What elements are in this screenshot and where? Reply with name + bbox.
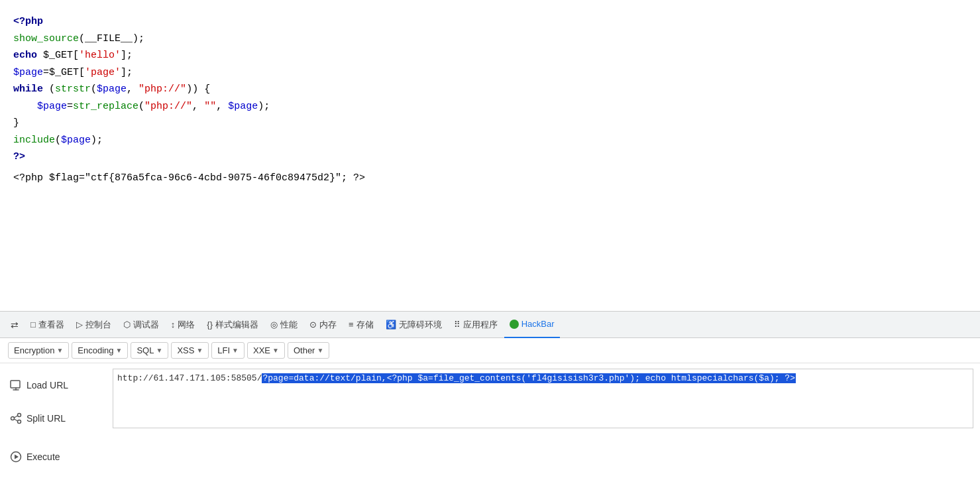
- tab-network[interactable]: ↕ 网络: [166, 312, 201, 338]
- tab-performance-label: 性能: [280, 319, 298, 331]
- devtools-toggle-icon[interactable]: ⇄: [5, 316, 24, 334]
- hackbar-url-area: Load URL Split URL http://61.147.171.105: [0, 363, 980, 440]
- xss-menu[interactable]: XSS ▼: [171, 342, 209, 359]
- tab-inspector-label: 查看器: [38, 319, 64, 331]
- storage-icon: ≡: [349, 320, 354, 330]
- code-display: <?php show_source(__FILE__); echo $_GET[…: [0, 0, 980, 312]
- performance-icon: ◎: [270, 320, 278, 330]
- tab-application[interactable]: ⠿ 应用程序: [449, 312, 503, 338]
- encryption-arrow-icon: ▼: [56, 347, 63, 354]
- tab-accessibility[interactable]: ♿ 无障碍环境: [380, 312, 447, 338]
- memory-icon: ⊙: [309, 320, 317, 330]
- execute-button[interactable]: Execute: [0, 440, 113, 471]
- tab-debugger[interactable]: ⬡ 调试器: [118, 312, 164, 338]
- hackbar-dot-icon: [510, 320, 519, 329]
- hackbar-panel: Encryption ▼ Encoding ▼ SQL ▼ XSS ▼ LFI …: [0, 338, 980, 471]
- code-line-2: show_source(__FILE__);: [13, 30, 967, 48]
- encryption-label: Encryption: [14, 345, 54, 355]
- svg-point-1: [11, 417, 15, 420]
- tab-debugger-label: 调试器: [133, 319, 159, 331]
- sql-label: SQL: [136, 345, 154, 355]
- tab-console[interactable]: ▷ 控制台: [71, 312, 117, 338]
- tab-console-label: 控制台: [85, 319, 111, 331]
- network-icon: ↕: [171, 320, 176, 330]
- xss-arrow-icon: ▼: [196, 347, 203, 354]
- url-selected-part: ?page=data://text/plain,<?php $a=file_ge…: [262, 373, 796, 383]
- xxe-label: XXE: [253, 345, 270, 355]
- tab-storage[interactable]: ≡ 存储: [343, 312, 379, 338]
- encoding-label: Encoding: [78, 345, 113, 355]
- split-url-icon: [9, 412, 23, 425]
- lfi-arrow-icon: ▼: [232, 347, 239, 354]
- load-url-button[interactable]: Load URL: [0, 369, 113, 402]
- tab-inspector[interactable]: □ 查看器: [25, 312, 70, 338]
- tab-application-label: 应用程序: [463, 319, 498, 331]
- code-line-3: echo $_GET['hello'];: [13, 47, 967, 64]
- code-line-8: include($page);: [13, 132, 967, 149]
- svg-rect-0: [11, 381, 20, 388]
- other-label: Other: [294, 345, 315, 355]
- code-line-4: $page=$_GET['page'];: [13, 64, 967, 82]
- encoding-menu[interactable]: Encoding ▼: [72, 342, 128, 359]
- tab-hackbar-label: HackBar: [521, 319, 555, 329]
- xxe-arrow-icon: ▼: [272, 347, 279, 354]
- execute-icon: [9, 450, 23, 463]
- execute-row: Execute: [0, 440, 980, 471]
- application-icon: ⠿: [454, 320, 461, 330]
- inspector-icon: □: [30, 320, 36, 330]
- sql-menu[interactable]: SQL ▼: [131, 342, 168, 359]
- execute-label: Execute: [27, 452, 60, 462]
- url-display[interactable]: http://61.147.171.105:58505/?page=data:/…: [113, 369, 973, 428]
- encryption-menu[interactable]: Encryption ▼: [8, 342, 69, 359]
- style-editor-icon: {}: [207, 320, 213, 330]
- tab-style-editor-label: 样式编辑器: [215, 319, 258, 331]
- svg-point-3: [18, 420, 21, 424]
- lfi-label: LFI: [217, 345, 230, 355]
- split-url-button[interactable]: Split URL: [0, 402, 113, 435]
- code-line-9: ?>: [13, 149, 967, 166]
- tab-hackbar[interactable]: HackBar: [504, 312, 560, 338]
- url-input-wrapper: http://61.147.171.105:58505/?page=data:/…: [113, 369, 980, 428]
- hackbar-toolbar: Encryption ▼ Encoding ▼ SQL ▼ XSS ▼ LFI …: [0, 338, 980, 363]
- debugger-icon: ⬡: [123, 320, 131, 330]
- url-normal-part: http://61.147.171.105:58505/: [117, 373, 262, 383]
- svg-point-2: [18, 414, 21, 417]
- tab-memory-label: 内存: [319, 319, 337, 331]
- code-line-6: $page=str_replace("php://", "", $page);: [13, 98, 967, 115]
- xss-label: XSS: [177, 345, 194, 355]
- accessibility-icon: ♿: [386, 320, 396, 330]
- tab-accessibility-label: 无障碍环境: [399, 319, 442, 331]
- devtools-bar: ⇄ □ 查看器 ▷ 控制台 ⬡ 调试器 ↕ 网络 {} 样式编辑器 ◎ 性能 ⊙…: [0, 312, 980, 338]
- tab-style-editor[interactable]: {} 样式编辑器: [201, 312, 264, 338]
- other-menu[interactable]: Other ▼: [288, 342, 329, 359]
- php-code: <?php show_source(__FILE__); echo $_GET[…: [13, 13, 967, 166]
- tab-performance[interactable]: ◎ 性能: [265, 312, 303, 338]
- hackbar-actions: Load URL Split URL: [0, 369, 113, 435]
- sql-arrow-icon: ▼: [156, 347, 162, 354]
- tab-memory[interactable]: ⊙ 内存: [304, 312, 342, 338]
- lfi-menu[interactable]: LFI ▼: [211, 342, 245, 359]
- tab-storage-label: 存储: [356, 319, 374, 331]
- tab-network-label: 网络: [178, 319, 195, 331]
- code-line-7: }: [13, 115, 967, 132]
- load-url-label: Load URL: [27, 380, 68, 391]
- console-icon: ▷: [76, 320, 83, 330]
- flag-line: <?php $flag="ctf{876a5fca-96c6-4cbd-9075…: [13, 172, 967, 184]
- load-url-icon: [9, 379, 23, 392]
- encoding-arrow-icon: ▼: [116, 347, 123, 354]
- code-line-1: <?php: [13, 13, 967, 30]
- other-arrow-icon: ▼: [317, 347, 323, 354]
- xxe-menu[interactable]: XXE ▼: [247, 342, 285, 359]
- split-url-label: Split URL: [27, 413, 66, 424]
- code-line-5: while (strstr($page, "php://")) {: [13, 81, 967, 98]
